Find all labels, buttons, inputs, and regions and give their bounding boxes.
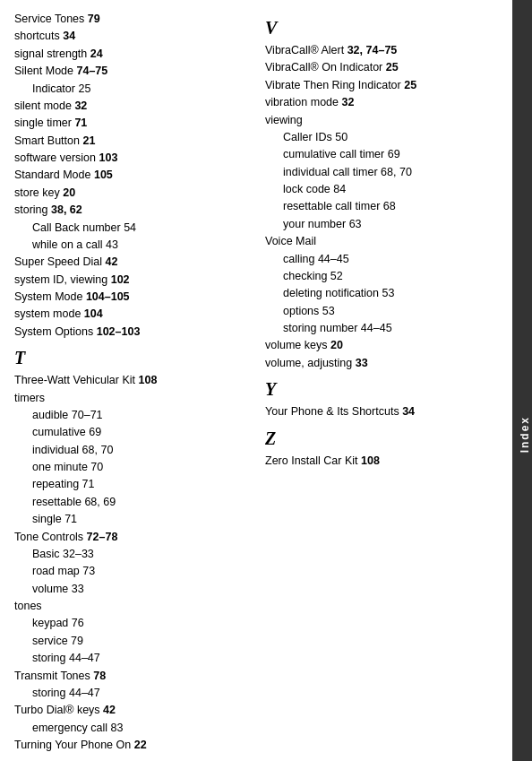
section-letter-t: T [14,348,247,368]
section-y: Y Your Phone & Its Shortcuts 34 [265,379,498,420]
list-item: volume keys 20 [265,337,498,354]
list-item: System Mode 104–105 [14,289,247,306]
list-item: Your Phone & Its Shortcuts 34 [265,403,498,420]
list-item: keypad 76 [14,615,247,632]
list-item: signal strength 24 [14,46,247,63]
list-item: resettable call timer 68 [265,198,498,215]
list-item: road map 73 [14,563,247,580]
index-tab-label: Index [519,416,531,453]
list-item: storing number 44–45 [265,320,498,337]
main-content: Service Tones 79 shortcuts 34 signal str… [0,0,512,761]
list-item: Caller IDs 50 [265,129,498,146]
list-item: Super Speed Dial 42 [14,254,247,271]
list-item: Vibrate Then Ring Indicator 25 [265,77,498,94]
section-letter-z: Z [265,428,498,449]
list-item: single 71 [14,511,247,528]
list-item: system mode 104 [14,306,247,323]
list-item: Smart Button 21 [14,133,247,150]
list-item: one minute 70 [14,459,247,476]
list-item: tones [14,598,247,615]
list-item: Indicator 25 [14,81,247,98]
list-item: repeating 71 [14,476,247,493]
list-item: deleting notification 53 [265,285,498,302]
section-letter-y: Y [265,379,498,400]
left-column: Service Tones 79 shortcuts 34 signal str… [14,11,256,761]
section-letter-v: V [265,18,498,39]
list-item: silent mode 32 [14,98,247,115]
list-item: volume 33 [14,581,247,598]
index-tab: Index [512,0,532,761]
list-item: system ID, viewing 102 [14,272,247,289]
list-item: resettable 68, 69 [14,494,247,511]
list-item: Zero Install Car Kit 108 [265,453,498,470]
list-item: store key 20 [14,185,247,202]
list-item: your number 63 [265,216,498,233]
list-item: software version 103 [14,150,247,167]
page-container: Service Tones 79 shortcuts 34 signal str… [0,0,532,761]
list-item: Basic 32–33 [14,546,247,563]
list-item: Service Tones 79 [14,11,247,28]
list-item: while on a call 43 [14,237,247,254]
list-item: single timer 71 [14,115,247,132]
list-item: cumulative call timer 69 [265,146,498,163]
list-item: individual call timer 68, 70 [265,164,498,181]
list-item: audible 70–71 [14,407,247,424]
list-item: Turbo Dial® keys 42 [14,702,247,719]
list-item: options 53 [265,303,498,320]
section-s-entries: Service Tones 79 shortcuts 34 signal str… [14,11,247,341]
list-item: lock code 84 [265,181,498,198]
list-item: Voice Mail [265,233,498,250]
list-item: volume, adjusting 33 [265,355,498,372]
list-item: VibraCall® On Indicator 25 [265,59,498,76]
list-item: emergency call 83 [14,720,247,737]
list-item: cumulative 69 [14,424,247,441]
list-item: storing 44–47 [14,650,247,667]
list-item: System Options 102–103 [14,324,247,341]
list-item: checking 52 [265,268,498,285]
list-item: timers [14,390,247,407]
list-item: VibraCall® Alert 32, 74–75 [265,42,498,59]
list-item: Call Back number 54 [14,220,247,237]
list-item: Tone Controls 72–78 [14,529,247,546]
list-item: vibration mode 32 [265,94,498,111]
list-item: calling 44–45 [265,251,498,268]
section-z: Z Zero Install Car Kit 108 [265,428,498,470]
list-item: storing 44–47 [14,685,247,702]
list-item: Silent Mode 74–75 [14,63,247,80]
section-t: T Three-Watt Vehicular Kit 108 timers au… [14,348,247,754]
list-item: shortcuts 34 [14,28,247,45]
list-item: Turning Your Phone On 22 [14,737,247,754]
list-item: Standard Mode 105 [14,167,247,184]
list-item: Transmit Tones 78 [14,668,247,685]
section-v: V VibraCall® Alert 32, 74–75 VibraCall® … [265,18,498,372]
list-item: Three-Watt Vehicular Kit 108 [14,372,247,389]
list-item: viewing [265,112,498,129]
list-item: service 79 [14,633,247,650]
right-column: V VibraCall® Alert 32, 74–75 VibraCall® … [256,11,498,761]
list-item: storing 38, 62 [14,202,247,219]
list-item: individual 68, 70 [14,442,247,459]
